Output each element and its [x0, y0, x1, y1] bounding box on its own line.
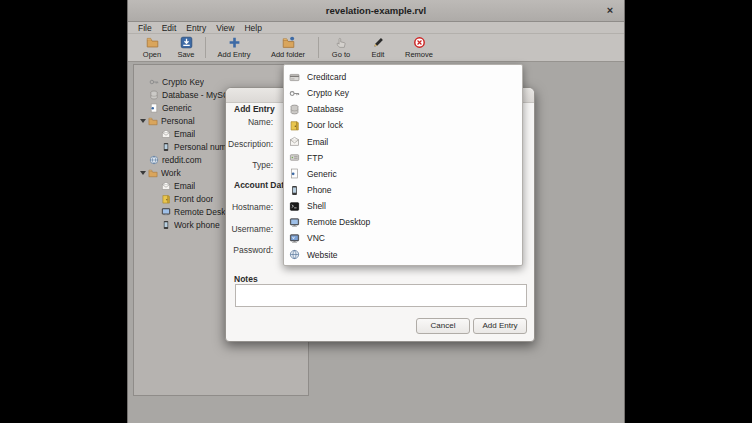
menu-entry[interactable]: Entry: [181, 23, 211, 33]
toolbar-button-label: Add folder: [271, 50, 305, 59]
toolbar-button-label: Go to: [332, 50, 350, 59]
menubar: FileEditEntryViewHelp: [128, 22, 624, 34]
add-entry-submit-button[interactable]: Add Entry: [473, 318, 527, 334]
type-menu-item-generic[interactable]: Generic: [284, 166, 522, 182]
type-menu-item-label: VNC: [307, 233, 325, 243]
type-menu-item-crypto-key[interactable]: Crypto Key: [284, 85, 522, 101]
toolbar-separator: [318, 37, 319, 58]
type-menu-item-label: FTP: [307, 153, 323, 163]
type-menu-item-label: Shell: [307, 201, 326, 211]
database-icon: [149, 90, 159, 100]
type-menu-item-ftp[interactable]: FTP: [284, 150, 522, 166]
toolbar-separator: [205, 37, 206, 58]
type-menu-item-database[interactable]: Database: [284, 101, 522, 117]
notes-label: Notes: [234, 274, 258, 284]
type-menu-item-email[interactable]: Email: [284, 134, 522, 150]
notes-input[interactable]: [235, 284, 527, 307]
type-menu-item-label: Email: [307, 137, 328, 147]
type-menu-item-label: Database: [307, 104, 343, 114]
add-entry-icon: [228, 36, 241, 49]
save-icon: [180, 36, 193, 49]
type-menu-item-vnc[interactable]: VNC: [284, 230, 522, 246]
menu-view[interactable]: View: [211, 23, 239, 33]
creditcard-icon: [289, 72, 300, 83]
expander-arrow-icon[interactable]: [140, 171, 146, 175]
type-menu-item-door-lock[interactable]: Door lock: [284, 117, 522, 133]
toolbar: OpenSaveAdd EntryAdd folderGo toEditRemo…: [128, 34, 624, 62]
type-field-label: Type:: [226, 160, 273, 170]
window-titlebar[interactable]: revelation-example.rvl ×: [128, 0, 624, 22]
toolbar-add-entry-button[interactable]: Add Entry: [208, 34, 260, 61]
type-menu-item-label: Creditcard: [307, 72, 346, 82]
tree-item-label: Work: [161, 168, 181, 178]
shell-icon: [289, 201, 300, 212]
toolbar-go-to-button[interactable]: Go to: [321, 34, 361, 61]
type-menu-item-shell[interactable]: Shell: [284, 198, 522, 214]
open-folder-icon: [146, 36, 159, 49]
tree-item-label: Front door: [174, 194, 213, 204]
tree-item-label: Personal: [161, 116, 195, 126]
toolbar-button-label: Remove: [405, 50, 433, 59]
dialog-section-account: Account Data: [234, 180, 289, 190]
remote-desktop-icon: [289, 217, 300, 228]
type-menu-item-label: Website: [307, 250, 338, 260]
type-menu-item-label: Remote Desktop: [307, 217, 370, 227]
toolbar-button-label: Add Entry: [218, 50, 251, 59]
goto-hand-icon: [335, 36, 348, 49]
phone-icon: [161, 220, 171, 230]
email-icon: [161, 129, 171, 139]
cancel-button[interactable]: Cancel: [416, 318, 470, 334]
desktop-background: revelation-example.rvl × FileEditEntryVi…: [0, 0, 752, 423]
window-title: revelation-example.rvl: [326, 5, 426, 16]
toolbar-button-label: Save: [177, 50, 194, 59]
close-icon[interactable]: ×: [603, 4, 617, 18]
tree-item-label: Email: [174, 129, 195, 139]
type-menu-item-phone[interactable]: Phone: [284, 182, 522, 198]
generic-icon: [149, 103, 159, 113]
expander-arrow-icon[interactable]: [140, 119, 146, 123]
menu-edit[interactable]: Edit: [157, 23, 182, 33]
phone-icon: [161, 142, 171, 152]
description-field-label: Description:: [226, 139, 273, 149]
type-menu-item-website[interactable]: Website: [284, 247, 522, 263]
toolbar-button-label: Edit: [372, 50, 385, 59]
type-menu-item-label: Generic: [307, 169, 337, 179]
hostname-field-label: Hostname:: [226, 202, 273, 212]
toolbar-open-button[interactable]: Open: [135, 34, 169, 61]
email-icon: [289, 136, 300, 147]
tree-item-label: Email: [174, 181, 195, 191]
toolbar-save-button[interactable]: Save: [169, 34, 203, 61]
database-icon: [289, 104, 300, 115]
username-field-label: Username:: [226, 224, 273, 234]
toolbar-button-label: Open: [143, 50, 161, 59]
key-icon: [149, 77, 159, 87]
name-field-label: Name:: [226, 117, 273, 127]
toolbar-add-folder-button[interactable]: Add folder: [260, 34, 316, 61]
ftp-icon: [289, 152, 300, 163]
entry-type-menu: CreditcardCrypto KeyDatabaseDoor lockEma…: [283, 64, 523, 266]
menu-help[interactable]: Help: [239, 23, 266, 33]
website-icon: [149, 155, 159, 165]
website-icon: [289, 249, 300, 260]
type-menu-item-label: Door lock: [307, 120, 343, 130]
type-menu-item-label: Phone: [307, 185, 332, 195]
email-icon: [161, 181, 171, 191]
type-menu-item-remote-desktop[interactable]: Remote Desktop: [284, 214, 522, 230]
tree-item-label: Work phone: [174, 220, 220, 230]
tree-item-label: Generic: [162, 103, 192, 113]
toolbar-remove-button[interactable]: Remove: [395, 34, 443, 61]
tree-item-label: reddit.com: [162, 155, 202, 165]
password-field-label: Password:: [226, 245, 273, 255]
doorlock-icon: [289, 120, 300, 131]
add-folder-icon: [282, 36, 295, 49]
generic-icon: [289, 168, 300, 179]
key-icon: [289, 88, 300, 99]
type-menu-item-creditcard[interactable]: Creditcard: [284, 69, 522, 85]
remote-desktop-icon: [161, 207, 171, 217]
remove-icon: [413, 36, 426, 49]
dialog-section-entry: Add Entry: [234, 104, 275, 114]
toolbar-edit-button[interactable]: Edit: [361, 34, 395, 61]
doorlock-icon: [161, 194, 171, 204]
phone-icon: [289, 185, 300, 196]
menu-file[interactable]: File: [133, 23, 157, 33]
